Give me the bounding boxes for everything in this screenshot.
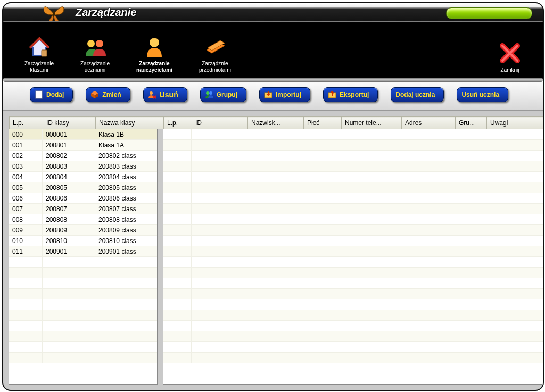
nav-subjects[interactable]: Zarządznie przedmiotami: [199, 35, 231, 73]
table-row[interactable]: 005200805200805 class: [9, 182, 157, 193]
add-button[interactable]: Dodaj: [30, 87, 73, 102]
nav-classes[interactable]: Zarządzanie klasami: [24, 35, 54, 73]
btn-label: Eksportuj: [340, 91, 369, 98]
column-header[interactable]: ID klasy: [43, 117, 96, 129]
table-row[interactable]: [163, 278, 543, 289]
table-row[interactable]: [9, 310, 157, 321]
column-header[interactable]: L.p.: [10, 117, 43, 129]
import-button[interactable]: Importuj: [259, 87, 310, 102]
column-header[interactable]: Nazwisk...: [248, 117, 304, 129]
nav-bar: Zarządzanie klasami Zarządzanie uczniami…: [3, 22, 543, 80]
column-header[interactable]: L.p.: [164, 117, 192, 129]
table-row[interactable]: [163, 182, 543, 193]
table-row[interactable]: 004200804200804 class: [9, 172, 157, 182]
nav-teachers[interactable]: Zarządzanie nauczycielami: [136, 35, 172, 73]
group-button[interactable]: Grupuj: [200, 87, 246, 102]
nav-students[interactable]: Zarządzanie uczniami: [80, 35, 110, 73]
nav-label: Zarządznie przedmiotami: [199, 61, 231, 73]
table-row[interactable]: [163, 363, 543, 364]
table-row[interactable]: [163, 140, 543, 151]
nav-close[interactable]: Zamknij: [498, 41, 522, 73]
people-icon: [84, 35, 107, 59]
table-row[interactable]: [163, 257, 543, 268]
table-row[interactable]: 006200806200806 class: [9, 193, 157, 204]
remove-student-button[interactable]: Usuń ucznia: [457, 87, 508, 102]
column-header[interactable]: Gru...: [456, 117, 487, 129]
table-row[interactable]: [9, 299, 157, 310]
table-row[interactable]: [163, 342, 543, 353]
table-row[interactable]: [9, 289, 157, 299]
svg-rect-5: [36, 91, 42, 98]
table-row[interactable]: 010200810200810 class: [9, 236, 157, 246]
table-row[interactable]: 011200901200901 class: [9, 246, 157, 257]
svg-point-7: [206, 91, 209, 95]
table-row[interactable]: 008200808200808 class: [9, 214, 157, 225]
table-row[interactable]: [163, 331, 543, 342]
table-row[interactable]: [9, 278, 157, 289]
class-table[interactable]: L.p.ID klasyNazwa klasy: [9, 116, 178, 129]
table-row[interactable]: [9, 257, 157, 268]
table-row[interactable]: [163, 193, 543, 204]
btn-label: Grupuj: [217, 91, 237, 98]
table-row[interactable]: 002200802200802 class: [9, 151, 157, 161]
close-icon: [498, 41, 522, 65]
table-row[interactable]: [163, 214, 543, 225]
class-list-panel: L.p.ID klasyNazwa klasy 000000001Klasa 1…: [9, 116, 158, 385]
nav-label: Zarządzanie klasami: [24, 61, 54, 73]
table-row[interactable]: [9, 331, 157, 342]
books-icon: [203, 35, 227, 59]
house-icon: [28, 35, 51, 59]
table-row[interactable]: [163, 129, 543, 140]
table-row[interactable]: [163, 289, 543, 299]
export-button[interactable]: Eksportuj: [323, 87, 378, 102]
svg-point-6: [150, 91, 153, 95]
export-icon: [328, 90, 336, 99]
table-row[interactable]: 003200803200803 class: [9, 161, 157, 172]
table-row[interactable]: [9, 353, 157, 363]
table-row[interactable]: [9, 321, 157, 331]
table-row[interactable]: [163, 310, 543, 321]
table-row[interactable]: [163, 225, 543, 236]
column-header[interactable]: Adres: [402, 117, 456, 129]
btn-label: Importuj: [276, 91, 301, 98]
teacher-icon: [143, 35, 166, 59]
person-x-icon: [148, 90, 156, 99]
column-header[interactable]: ID: [192, 117, 248, 129]
table-row[interactable]: [163, 204, 543, 214]
table-row[interactable]: [163, 246, 543, 257]
content-area: L.p.ID klasyNazwa klasy 000000001Klasa 1…: [3, 111, 543, 390]
add-student-button[interactable]: Dodaj ucznia: [391, 87, 444, 102]
table-row[interactable]: [9, 363, 157, 364]
detail-table[interactable]: L.p.IDNazwisk...PłećNumer tele...AdresGr…: [163, 116, 543, 129]
title-bar: Zarządzanie: [3, 3, 543, 22]
table-row[interactable]: 007200807200807 class: [9, 204, 157, 214]
svg-point-8: [209, 91, 212, 95]
column-header[interactable]: Uwagi: [487, 117, 543, 129]
column-header[interactable]: Numer tele...: [342, 117, 402, 129]
group-icon: [205, 90, 213, 99]
table-row[interactable]: [9, 342, 157, 353]
edit-button[interactable]: Zmień: [86, 87, 130, 102]
svg-point-3: [96, 40, 103, 47]
table-row[interactable]: 001200801Klasa 1A: [9, 140, 157, 151]
column-header[interactable]: Płeć: [304, 117, 342, 129]
svg-point-0: [53, 11, 55, 17]
table-row[interactable]: [163, 299, 543, 310]
table-row[interactable]: [163, 151, 543, 161]
table-row[interactable]: [163, 268, 543, 278]
svg-point-4: [150, 38, 159, 47]
delete-button[interactable]: Usuń: [143, 87, 187, 102]
table-row[interactable]: [163, 236, 543, 246]
btn-label: Zmień: [102, 91, 121, 98]
table-row[interactable]: [163, 353, 543, 363]
svg-rect-1: [42, 50, 47, 56]
toolbar: Dodaj Zmień Usuń Grupuj Importuj Eksport…: [3, 80, 543, 111]
table-row[interactable]: 000000001Klasa 1B: [9, 129, 157, 140]
table-row[interactable]: [163, 172, 543, 182]
table-row[interactable]: [163, 321, 543, 331]
svg-point-2: [87, 40, 95, 47]
table-row[interactable]: [163, 161, 543, 172]
import-icon: [264, 90, 272, 99]
table-row[interactable]: [9, 268, 157, 278]
table-row[interactable]: 009200809200809 class: [9, 225, 157, 236]
